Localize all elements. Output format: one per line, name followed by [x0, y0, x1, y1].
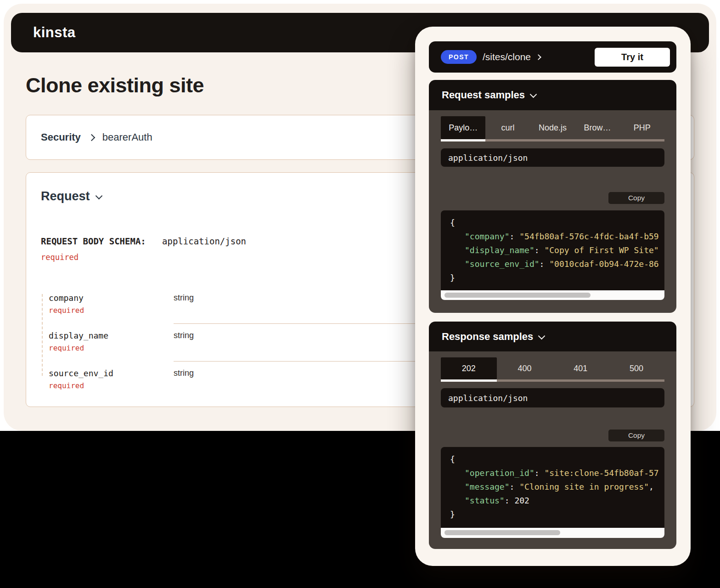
request-code-block: { "company": "54fb80af-576c-4fdc-ba4f-b5…	[441, 210, 664, 300]
code-brace: {	[450, 454, 455, 464]
code-brace: }	[450, 273, 455, 283]
copy-button[interactable]: Copy	[608, 430, 664, 441]
response-samples-header[interactable]: Response samples	[429, 322, 676, 351]
field-required-badge: required	[49, 344, 84, 352]
code-separator: :	[510, 232, 520, 241]
field-type: string	[174, 331, 194, 340]
field-name: display_name	[49, 331, 108, 340]
tab-underline-track	[441, 379, 664, 382]
active-tab-underline	[441, 139, 485, 141]
code-separator: :	[510, 482, 520, 492]
code-string-value: "site:clone-54fb80af-57	[544, 468, 658, 478]
tab-202[interactable]: 202	[441, 357, 497, 379]
try-it-button[interactable]: Try it	[595, 48, 670, 67]
request-samples-body: Paylo… curl Node.js Brow… PHP applicatio…	[429, 110, 676, 313]
code-separator: :	[505, 496, 515, 505]
code-separator: :	[540, 259, 550, 269]
code-string-value: "0010cdaf-0b94-472e-86	[549, 259, 658, 269]
code-key: "source_env_id"	[465, 259, 540, 269]
request-body-schema-label: REQUEST BODY SCHEMA:	[41, 236, 146, 246]
code-comma: ,	[649, 482, 654, 492]
security-label: Security	[41, 131, 81, 143]
code-string-value: "Cloning site in progress"	[519, 482, 649, 492]
schema-required-badge: required	[41, 253, 79, 262]
tab-400[interactable]: 400	[497, 357, 553, 379]
kinsta-logo[interactable]: kinsta	[33, 24, 76, 41]
chevron-down-icon	[95, 192, 102, 199]
request-samples-title: Request samples	[442, 89, 525, 101]
copy-button[interactable]: Copy	[608, 192, 664, 204]
code-key: "display_name"	[465, 245, 534, 255]
request-section-toggle[interactable]: Request	[41, 189, 101, 204]
tab-payload[interactable]: Paylo…	[441, 116, 485, 139]
screenshot-canvas: kinsta Clone existing site Security bear…	[0, 0, 720, 588]
method-badge: POST	[441, 50, 477, 64]
response-samples-title: Response samples	[442, 331, 533, 343]
chevron-right-icon	[88, 134, 96, 141]
field-required-badge: required	[49, 306, 84, 315]
field-name: source_env_id	[49, 368, 113, 378]
scrollbar-thumb[interactable]	[444, 530, 560, 535]
request-samples-tabs: Paylo… curl Node.js Brow… PHP	[441, 116, 664, 139]
code-separator: :	[534, 468, 545, 478]
code-string-value: "Copy of First WP Site"	[544, 245, 658, 255]
tab-underline-track	[441, 139, 664, 141]
endpoint-bar: POST /sites/clone Try it	[429, 41, 676, 73]
active-tab-underline	[441, 379, 497, 382]
code-brace: {	[450, 218, 455, 227]
field-type: string	[174, 293, 194, 303]
chevron-right-icon	[535, 54, 541, 60]
content-type-box: application/json	[441, 388, 664, 407]
code-key: "status"	[465, 496, 505, 505]
page-title: Clone existing site	[26, 74, 204, 97]
tab-nodejs[interactable]: Node.js	[530, 116, 575, 139]
chevron-down-icon	[538, 332, 546, 339]
field-required-badge: required	[49, 381, 84, 390]
content-type-box: application/json	[441, 148, 664, 167]
response-samples-tabs: 202 400 401 500	[441, 357, 664, 379]
request-title: Request	[41, 189, 90, 204]
code-key: "message"	[465, 482, 510, 492]
tab-php[interactable]: PHP	[620, 116, 664, 139]
field-name: company	[49, 293, 84, 303]
tab-401[interactable]: 401	[553, 357, 609, 379]
request-samples-header[interactable]: Request samples	[429, 80, 676, 110]
code-number-value: 202	[514, 496, 529, 505]
code-brace: }	[450, 509, 455, 519]
tab-500[interactable]: 500	[608, 357, 664, 379]
chevron-down-icon	[530, 91, 537, 98]
tab-browser[interactable]: Brow…	[575, 116, 619, 139]
tab-curl[interactable]: curl	[485, 116, 530, 139]
response-samples-body: 202 400 401 500 application/json Copy { …	[429, 351, 676, 549]
api-sample-card: POST /sites/clone Try it Request samples…	[415, 27, 691, 566]
field-tree-line	[42, 294, 43, 376]
code-separator: :	[534, 245, 545, 255]
request-body-schema-content-type: application/json	[162, 236, 246, 246]
code-key: "company"	[465, 232, 510, 241]
code-string-value: "54fb80af-576c-4fdc-ba4f-b59	[519, 232, 658, 241]
horizontal-scrollbar[interactable]	[441, 290, 664, 300]
scrollbar-thumb[interactable]	[444, 293, 591, 298]
code-key: "operation_id"	[465, 468, 534, 478]
endpoint-path: /sites/clone	[483, 51, 531, 62]
response-code-block: { "operation_id": "site:clone-54fb80af-5…	[441, 447, 664, 538]
horizontal-scrollbar[interactable]	[441, 528, 664, 538]
field-type: string	[174, 368, 194, 378]
security-scheme-value: bearerAuth	[102, 131, 152, 143]
